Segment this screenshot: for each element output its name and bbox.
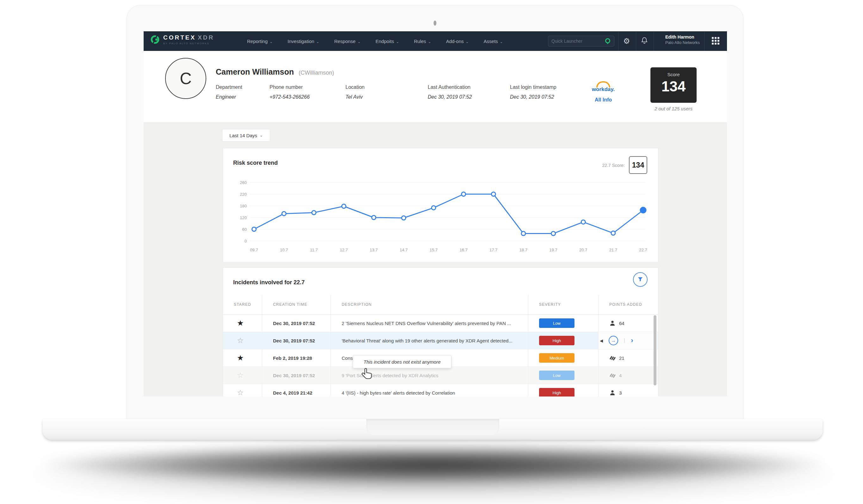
points-value: 21 [619, 355, 624, 361]
incident-description[interactable]: 9 'Port Scan' alerts detected by XDR Ana… [330, 367, 528, 384]
incident-row[interactable]: ★Dec 30, 2019 07:522 'Siemens Nucleus NE… [223, 315, 658, 332]
profile-field-phone-number: Phone number+972-543-266266 [270, 85, 346, 100]
nav-divider [618, 31, 618, 51]
menu-item-assets[interactable]: Assets⌄ [484, 39, 503, 44]
app-window: CORTEXXDR BY PALO ALTO NETWORKS Reportin… [143, 31, 727, 396]
incident-row[interactable]: ☆Dec 30, 2019 07:52'Behavioral Threat' a… [223, 332, 658, 349]
column-header-points-added[interactable]: POINTS ADDED [598, 295, 658, 314]
user-points-icon [609, 320, 616, 326]
table-scrollbar[interactable] [653, 315, 656, 386]
profile-field-location: LocationTel Aviv [346, 85, 428, 100]
gear-icon[interactable]: ⚙ [623, 37, 630, 46]
chevron-down-icon: ⌄ [396, 39, 399, 44]
svg-text:10.7: 10.7 [280, 248, 288, 252]
svg-text:19.7: 19.7 [549, 248, 557, 252]
incident-description[interactable]: 2 'Siemens Nucleus NET DNS Overflow Vuln… [330, 315, 528, 332]
nav-divider [636, 31, 636, 51]
profile-field-department: DepartmentEngineer [216, 85, 270, 100]
risk-trend-chart[interactable]: 26022018012060009.710.711.712.713.714.71… [223, 167, 659, 258]
menu-item-reporting[interactable]: Reporting⌄ [247, 39, 273, 44]
menu-item-response[interactable]: Response⌄ [334, 39, 361, 44]
layers-points-icon [609, 372, 616, 378]
points-value: 4 [619, 373, 622, 378]
bell-icon[interactable] [640, 36, 649, 46]
field-label: Department [216, 85, 270, 90]
laptop-latch-notch [366, 419, 499, 436]
menu-item-investigation[interactable]: Investigation⌄ [288, 39, 319, 44]
svg-text:12.7: 12.7 [340, 248, 348, 252]
field-value: Engineer [216, 94, 270, 100]
severity-badge: High [539, 336, 575, 345]
filter-button[interactable] [633, 272, 648, 287]
brand-tagline: BY PALO ALTO NETWORKS [163, 42, 214, 45]
field-value: Dec 30, 2019 07:52 [510, 94, 556, 100]
row-hover-actions: ◀→|› [599, 332, 658, 349]
date-range-dropdown[interactable]: Last 14 Days ⌄ [222, 129, 270, 142]
page: CORTEXXDR BY PALO ALTO NETWORKS Reportin… [0, 0, 863, 504]
score-value: 134 [650, 78, 697, 95]
chevron-down-icon: ⌄ [316, 39, 319, 44]
nav-divider [704, 31, 704, 51]
svg-text:15.7: 15.7 [429, 248, 438, 252]
creation-time: Dec 30, 2019 07:52 [262, 367, 330, 384]
menu-item-endpoits[interactable]: Endpoits⌄ [375, 39, 399, 44]
severity-badge: Low [539, 318, 575, 328]
svg-text:14.7: 14.7 [400, 248, 408, 252]
column-header-stared[interactable]: STARED [223, 295, 262, 314]
star-outline-icon[interactable]: ☆ [223, 332, 262, 349]
incident-row[interactable]: ☆Dec 30, 2019 07:529 'Port Scan' alerts … [223, 367, 658, 384]
risk-card-title: Risk score trend [233, 160, 278, 166]
points-value: 64 [619, 320, 624, 326]
profile-username: (CWilliamson) [299, 70, 334, 76]
star-outline-icon[interactable]: ☆ [223, 367, 262, 384]
field-label: Phone number [270, 85, 346, 90]
quick-launcher-icon [604, 38, 611, 44]
chevron-down-icon: ⌄ [358, 39, 361, 44]
incident-description[interactable]: 4 '(IIS) - high bytes rate' alerts detec… [330, 384, 528, 396]
svg-text:11.7: 11.7 [310, 248, 317, 252]
severity-badge: Medium [539, 353, 575, 363]
top-navbar: CORTEXXDR BY PALO ALTO NETWORKS Reportin… [143, 31, 727, 51]
creation-time: Dec 30, 2019 07:52 [262, 332, 330, 349]
profile-name: Cameron Williamson (CWilliamson) [216, 67, 334, 76]
chevron-down-icon: ⌄ [270, 39, 273, 44]
menu-item-rules[interactable]: Rules⌄ [414, 39, 431, 44]
brand-suffix: XDR [198, 34, 214, 41]
brand-logo[interactable]: CORTEXXDR BY PALO ALTO NETWORKS [150, 34, 214, 45]
column-header-description[interactable]: DESCRIPTION [330, 295, 528, 314]
chevron-down-icon: ⌄ [260, 133, 263, 138]
star-filled-icon[interactable]: ★ [223, 349, 262, 366]
creation-time: Feb 2, 2019 19:28 [262, 349, 330, 366]
chevron-down-icon: ⌄ [466, 39, 469, 44]
workday-block: workday. All Info [583, 81, 624, 103]
incident-description[interactable]: 'Behavioral Threat' along with 19 other … [330, 332, 528, 349]
svg-text:220: 220 [240, 192, 247, 197]
menu-item-add-ons[interactable]: Add-ons⌄ [446, 39, 469, 44]
user-profile-header: C Cameron Williamson (CWilliamson) Depar… [143, 51, 727, 122]
svg-text:17.7: 17.7 [489, 248, 497, 252]
svg-text:22.7: 22.7 [639, 248, 647, 252]
field-label: Last login timestamp [510, 85, 556, 90]
avatar: C [165, 58, 206, 99]
user-menu[interactable]: Edith Harmon Palo Alto Networks [665, 35, 700, 45]
svg-text:60: 60 [242, 227, 247, 232]
actions-divider: | [624, 338, 625, 343]
open-incident-icon[interactable]: → [609, 336, 618, 345]
collapse-left-icon[interactable]: ◀ [600, 338, 603, 343]
workday-logo-text: workday. [583, 86, 624, 93]
layers-points-icon [609, 355, 616, 361]
creation-time: Dec 4, 2019 21:42 [262, 384, 330, 396]
incident-row[interactable]: ☆Dec 4, 2019 21:424 '(IIS) - high bytes … [223, 384, 658, 396]
svg-text:09.7: 09.7 [250, 248, 258, 252]
column-header-creation-time[interactable]: CREATION TIME [262, 295, 330, 314]
creation-time: Dec 30, 2019 07:52 [262, 315, 330, 332]
profile-field-last-authentication: Last AuthenticationDec 30, 2019 07:52 [428, 85, 510, 100]
chevron-right-icon[interactable]: › [631, 337, 633, 345]
quick-launcher-input[interactable]: Quick Launcher [548, 36, 614, 47]
app-launcher-icon[interactable] [712, 37, 720, 45]
all-info-link[interactable]: All Info [583, 97, 624, 103]
column-header-severity[interactable]: SEVERITY [528, 295, 598, 314]
star-outline-icon[interactable]: ☆ [223, 384, 262, 396]
laptop-bezel: CORTEXXDR BY PALO ALTO NETWORKS Reportin… [127, 5, 743, 419]
star-filled-icon[interactable]: ★ [223, 315, 262, 332]
